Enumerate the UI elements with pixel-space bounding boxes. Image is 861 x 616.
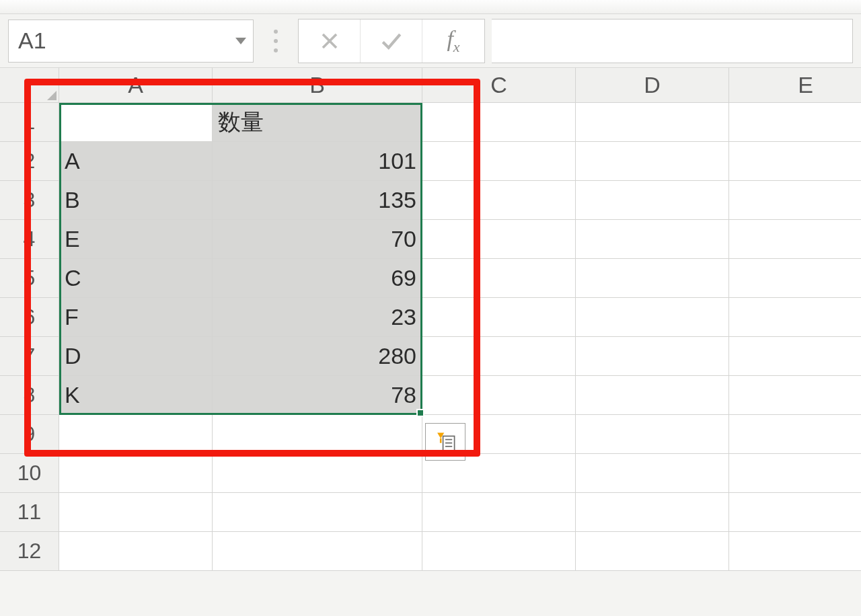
row-header[interactable]: 10	[0, 454, 59, 493]
formula-bar: A1 fx	[0, 14, 861, 68]
cell-a4[interactable]: E	[59, 220, 213, 259]
name-box-value: A1	[18, 28, 46, 54]
cell-b3[interactable]: 135	[213, 181, 422, 220]
cell[interactable]	[213, 532, 422, 571]
formula-bar-grip[interactable]	[266, 21, 286, 61]
cell[interactable]	[729, 454, 861, 493]
cell[interactable]	[422, 103, 576, 142]
cell[interactable]	[422, 493, 576, 532]
column-header[interactable]: C	[422, 68, 576, 103]
cell[interactable]	[59, 415, 213, 454]
cell[interactable]	[576, 298, 729, 337]
cell-a5[interactable]: C	[59, 259, 213, 298]
select-all-corner[interactable]	[0, 68, 59, 103]
cell-a1[interactable]	[59, 103, 213, 142]
cancel-button[interactable]	[299, 20, 361, 63]
row-header[interactable]: 2	[0, 142, 59, 181]
spreadsheet-grid[interactable]: 1 2 3 4 5 6 7 8 9 10 11 12 A B C D E	[0, 68, 861, 616]
fx-icon: fx	[447, 26, 459, 56]
cell[interactable]	[576, 415, 729, 454]
cell[interactable]	[422, 337, 576, 376]
cell[interactable]	[422, 259, 576, 298]
cell-a2[interactable]: A	[59, 142, 213, 181]
cell-b5[interactable]: 69	[213, 259, 422, 298]
column-header[interactable]: D	[576, 68, 729, 103]
cell[interactable]	[59, 532, 213, 571]
cell[interactable]	[213, 493, 422, 532]
cell[interactable]	[59, 454, 213, 493]
insert-function-button[interactable]: fx	[422, 20, 484, 63]
paste-options-button[interactable]	[425, 423, 465, 461]
cell[interactable]	[422, 376, 576, 415]
cell[interactable]	[729, 415, 861, 454]
cell[interactable]	[729, 103, 861, 142]
cell[interactable]	[576, 181, 729, 220]
cell[interactable]	[729, 337, 861, 376]
formula-input[interactable]	[492, 19, 853, 63]
cell-a3[interactable]: B	[59, 181, 213, 220]
cell-b8[interactable]: 78	[213, 376, 422, 415]
chevron-down-icon[interactable]	[235, 38, 246, 44]
cell[interactable]	[576, 532, 729, 571]
cell[interactable]	[576, 259, 729, 298]
column-header[interactable]: A	[59, 68, 213, 103]
row-header[interactable]: 6	[0, 298, 59, 337]
row-header[interactable]: 4	[0, 220, 59, 259]
cell[interactable]	[422, 142, 576, 181]
x-icon	[320, 31, 340, 51]
row-header[interactable]: 7	[0, 337, 59, 376]
cell[interactable]	[729, 493, 861, 532]
row-header[interactable]: 8	[0, 376, 59, 415]
column-header[interactable]: B	[213, 68, 422, 103]
ribbon-fragment	[0, 0, 861, 14]
cell[interactable]	[729, 259, 861, 298]
cell-b6[interactable]: 23	[213, 298, 422, 337]
cell[interactable]	[59, 493, 213, 532]
cell[interactable]	[576, 337, 729, 376]
cell[interactable]	[213, 454, 422, 493]
cell-b2[interactable]: 101	[213, 142, 422, 181]
cell[interactable]	[422, 181, 576, 220]
cell[interactable]	[729, 298, 861, 337]
cell[interactable]	[213, 415, 422, 454]
row-header[interactable]: 5	[0, 259, 59, 298]
name-box[interactable]: A1	[8, 20, 254, 63]
cell[interactable]	[576, 220, 729, 259]
cell[interactable]	[576, 103, 729, 142]
check-icon	[380, 30, 403, 52]
cell[interactable]	[576, 493, 729, 532]
column-header[interactable]: E	[729, 68, 861, 103]
cell[interactable]	[729, 376, 861, 415]
paste-options-icon	[434, 430, 457, 453]
cell[interactable]	[422, 532, 576, 571]
cell-a8[interactable]: K	[59, 376, 213, 415]
cell[interactable]	[422, 220, 576, 259]
cell[interactable]	[729, 142, 861, 181]
cell[interactable]	[729, 181, 861, 220]
cell-a6[interactable]: F	[59, 298, 213, 337]
cell-b4[interactable]: 70	[213, 220, 422, 259]
cell[interactable]	[422, 298, 576, 337]
row-header[interactable]: 12	[0, 532, 59, 571]
cell[interactable]	[576, 142, 729, 181]
cell-a7[interactable]: D	[59, 337, 213, 376]
cell[interactable]	[729, 220, 861, 259]
row-header[interactable]: 9	[0, 415, 59, 454]
cell[interactable]	[576, 376, 729, 415]
cell-b1[interactable]: 数量	[213, 103, 422, 142]
row-header[interactable]: 3	[0, 181, 59, 220]
enter-button[interactable]	[361, 20, 422, 63]
cell[interactable]	[576, 454, 729, 493]
row-header[interactable]: 1	[0, 103, 59, 142]
formula-bar-buttons: fx	[298, 19, 485, 63]
cell-b7[interactable]: 280	[213, 337, 422, 376]
cell[interactable]	[729, 532, 861, 571]
row-header[interactable]: 11	[0, 493, 59, 532]
